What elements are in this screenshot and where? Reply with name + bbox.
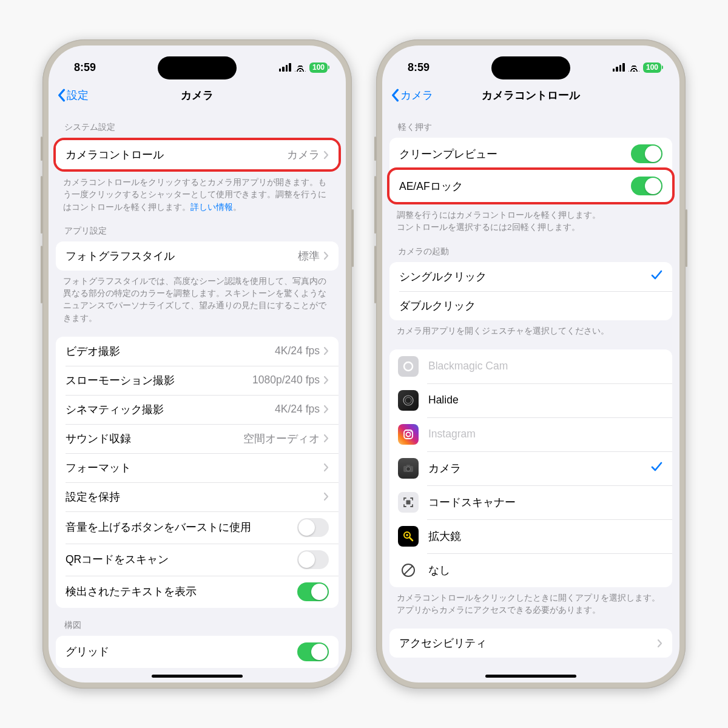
phone-left: 8:59 100 設定 カメラ システム設定 カメラコントロール カメラ (42, 39, 352, 689)
row-label: フォトグラフスタイル (66, 249, 298, 263)
row-value: 標準 (298, 249, 320, 263)
aeaf-lock-row: AE/AFロック (389, 170, 672, 202)
page-title: カメラコントロール (482, 88, 580, 103)
chevron-left-icon (391, 89, 399, 102)
svg-line-15 (404, 566, 413, 575)
svg-point-7 (406, 467, 411, 471)
screen-left: 8:59 100 設定 カメラ システム設定 カメラコントロール カメラ (49, 46, 346, 682)
wifi-icon (629, 63, 639, 72)
highlight-box: AE/AFロック (387, 167, 675, 204)
section-footer: カメラ用アプリを開くジェスチャを選択してください。 (382, 320, 679, 337)
qr-scanner-icon (398, 492, 419, 513)
grid-row: グリッド (56, 636, 339, 668)
settings-content[interactable]: システム設定 カメラコントロール カメラ カメラコントロールをクリックするとカメ… (49, 110, 346, 682)
svg-rect-8 (406, 465, 410, 467)
none-icon (398, 560, 419, 581)
chevron-right-icon (323, 376, 329, 385)
row-label: カメラコントロール (66, 147, 287, 162)
halide-icon (398, 390, 419, 411)
section-footer: フォトグラフスタイルでは、高度なシーン認識を使用して、写真内の異なる部分の特定の… (49, 271, 346, 325)
qr-scan-row: QRコードをスキャン (56, 544, 339, 576)
svg-point-4 (406, 432, 411, 436)
nav-bar: カメラ カメラコントロール (382, 81, 679, 110)
volume-burst-toggle[interactable] (297, 518, 329, 537)
app-row-instagram[interactable]: Instagram (389, 417, 672, 451)
single-click-row[interactable]: シングルクリック (389, 262, 672, 291)
chevron-right-icon (323, 346, 329, 356)
battery-icon: 100 (643, 62, 661, 73)
double-click-row[interactable]: ダブルクリック (389, 291, 672, 320)
screen-right: 8:59 100 カメラ カメラコントロール 軽く押す クリーンプレビュー (382, 46, 679, 682)
check-icon (650, 269, 662, 285)
preserve-row[interactable]: 設定を保持 (56, 482, 339, 511)
dynamic-island (158, 56, 237, 79)
volume-burst-row: 音量を上げるボタンをバーストに使用 (56, 511, 339, 544)
svg-point-2 (405, 397, 411, 403)
back-button[interactable]: カメラ (391, 88, 433, 103)
dynamic-island (491, 56, 570, 79)
chevron-right-icon (323, 251, 329, 260)
nav-bar: 設定 カメラ (49, 81, 346, 110)
chevron-right-icon (657, 639, 662, 648)
camera-control-row[interactable]: カメラコントロール カメラ (56, 140, 339, 169)
settings-content[interactable]: 軽く押す クリーンプレビュー AE/AFロック 調整を行うにはカメラコントロール… (382, 110, 679, 682)
accessibility-row[interactable]: アクセシビリティ (389, 629, 672, 658)
svg-line-11 (410, 538, 413, 541)
svg-point-1 (403, 396, 413, 405)
photo-style-row[interactable]: フォトグラフスタイル 標準 (56, 241, 339, 271)
section-header: カメラの起動 (382, 234, 679, 262)
format-row[interactable]: フォーマット (56, 453, 339, 482)
app-row-none[interactable]: なし (389, 553, 672, 587)
text-detect-row: 検出されたテキストを表示 (56, 576, 339, 608)
app-row-camera[interactable]: カメラ (389, 451, 672, 485)
section-header: 軽く押す (382, 110, 679, 138)
chevron-right-icon (323, 405, 329, 414)
blackmagic-icon (398, 356, 419, 377)
home-indicator[interactable] (152, 675, 243, 678)
camera-icon (398, 458, 419, 479)
signal-icon (279, 63, 291, 72)
cinematic-row[interactable]: シネマティック撮影 4K/24 fps (56, 395, 339, 424)
clean-preview-toggle[interactable] (631, 144, 662, 163)
status-time: 8:59 (408, 61, 430, 74)
section-header: 構図 (49, 608, 346, 636)
sound-row[interactable]: サウンド収録 空間オーディオ (56, 424, 339, 453)
app-row-codescanner[interactable]: コードスキャナー (389, 485, 672, 519)
clean-preview-row: クリーンプレビュー (389, 138, 672, 170)
back-button[interactable]: 設定 (57, 88, 89, 103)
more-info-link[interactable]: 詳しい情報 (190, 203, 233, 212)
app-row-magnifier[interactable]: 拡大鏡 (389, 519, 672, 553)
app-row-halide[interactable]: Halide (389, 383, 672, 417)
section-footer: カメラコントロールをクリックするとカメラ用アプリが開きます。もう一度クリックする… (49, 172, 346, 214)
aeaf-lock-toggle[interactable] (631, 177, 662, 195)
chevron-right-icon (323, 150, 329, 160)
highlight-box: カメラコントロール カメラ (53, 138, 341, 172)
video-row[interactable]: ビデオ撮影 4K/24 fps (56, 337, 339, 366)
svg-rect-9 (406, 500, 411, 504)
instagram-icon (398, 424, 419, 445)
chevron-right-icon (323, 434, 329, 443)
home-indicator[interactable] (485, 675, 576, 678)
chevron-right-icon (323, 463, 329, 472)
chevron-right-icon (323, 492, 329, 501)
chevron-left-icon (57, 89, 66, 102)
svg-point-5 (411, 431, 412, 432)
qr-scan-toggle[interactable] (297, 550, 329, 569)
signal-icon (613, 63, 625, 72)
grid-toggle[interactable] (297, 642, 329, 661)
check-icon (650, 460, 662, 476)
status-time: 8:59 (74, 61, 96, 74)
phone-right: 8:59 100 カメラ カメラコントロール 軽く押す クリーンプレビュー (376, 39, 686, 689)
app-row-blackmagic[interactable]: Blackmagic Cam (389, 349, 672, 383)
back-label: カメラ (400, 88, 433, 103)
slomo-row[interactable]: スローモーション撮影 1080p/240 fps (56, 366, 339, 395)
battery-icon: 100 (309, 62, 328, 73)
magnifier-icon (398, 526, 419, 547)
text-detect-toggle[interactable] (297, 582, 329, 601)
section-footer: カメラコントロールをクリックしたときに開くアプリを選択します。アプリからカメラに… (382, 587, 679, 617)
page-title: カメラ (181, 88, 214, 103)
row-value: カメラ (287, 147, 320, 162)
back-label: 設定 (67, 88, 89, 103)
svg-point-0 (404, 362, 413, 371)
section-header: システム設定 (49, 110, 346, 138)
